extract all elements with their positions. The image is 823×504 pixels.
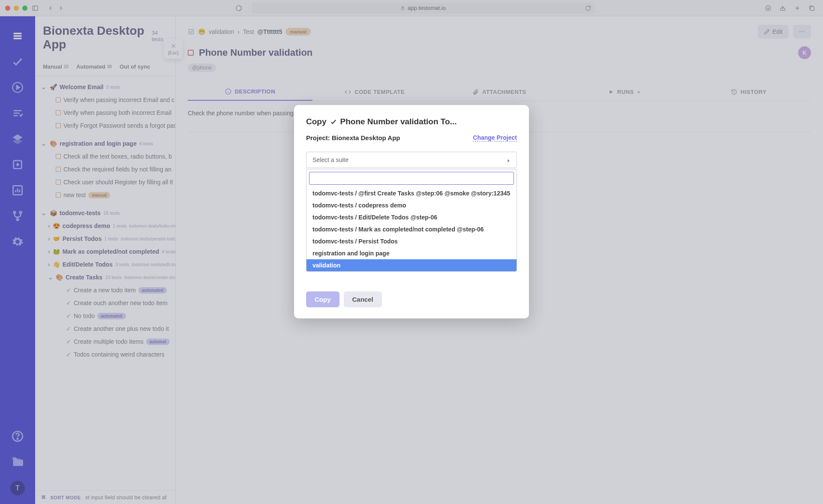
project-label: Project: Bionexta Desktop App (306, 134, 400, 141)
modal-overlay[interactable]: Copy Phone Number validation To... Proje… (0, 0, 823, 504)
dropdown-option[interactable]: todomvc-tests / Mark as completed/not co… (306, 223, 517, 235)
check-icon (330, 118, 337, 125)
select-placeholder: Select a suite (312, 156, 348, 163)
suite-dropdown: todomvc-tests / @first Create Tasks @ste… (306, 169, 517, 272)
dropdown-option[interactable]: todomvc-tests / Persist Todos (306, 235, 517, 247)
dropdown-option[interactable]: todomvc-tests / Edit/Delete Todos @step-… (306, 211, 517, 223)
dropdown-option[interactable]: todomvc-tests / @first Create Tasks @ste… (306, 187, 517, 199)
copy-button[interactable]: Copy (306, 291, 339, 307)
dropdown-option[interactable]: todomvc-tests / codepress demo (306, 199, 517, 211)
change-project-link[interactable]: Change Project (473, 134, 517, 141)
modal-title: Copy Phone Number validation To... (306, 117, 517, 126)
chevron-up-icon: ▲ (506, 158, 511, 162)
cancel-button[interactable]: Cancel (344, 291, 382, 307)
suite-select[interactable]: Select a suite ▲ (306, 152, 517, 168)
copy-test-modal: Copy Phone Number validation To... Proje… (294, 105, 529, 318)
dropdown-search-input[interactable] (309, 172, 514, 185)
dropdown-option[interactable]: registration and login page (306, 247, 517, 259)
dropdown-option[interactable]: validation (306, 259, 517, 271)
